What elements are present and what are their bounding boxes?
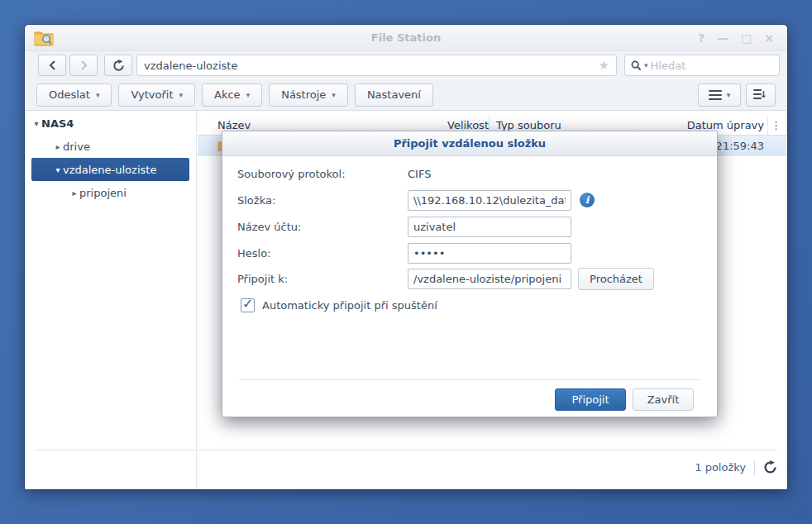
autoconnect-row: ✓ Automaticky připojit při spuštění [222,294,717,316]
create-button-label: Vytvořit [131,88,173,101]
sort-button[interactable]: ↓ [746,83,776,107]
path-input[interactable] [144,60,599,72]
folder-tree-sidebar: ▾ NAS4 ▸ drive ▾ vzdalene-uloziste ▸ pri… [25,111,197,489]
sidebar-item-pripojeni[interactable]: ▸ pripojeni [25,181,196,204]
tree-item-label: NAS4 [41,117,74,130]
view-controls: ▾ ↓ [698,83,776,107]
desktop-background: { "window": { "title": "File Station", "… [0,0,812,524]
checkmark-icon: ✓ [242,296,253,312]
column-header-size[interactable]: Velikost [437,119,489,131]
autoconnect-label: Automaticky připojit při spuštění [262,299,437,312]
tools-button-label: Nástroje [281,88,326,101]
tree-item-label: drive [63,141,90,153]
settings-button[interactable]: Nastavení [355,83,433,107]
chevron-right-icon[interactable]: ▸ [69,188,79,198]
settings-button-label: Nastavení [367,88,421,101]
chevron-down-icon: ▾ [332,91,336,99]
chevron-right-icon[interactable]: ▸ [53,142,63,151]
account-input[interactable] [408,217,571,237]
chevron-down-icon[interactable]: ▾ [31,119,41,128]
tree-item-label: vzdalene-uloziste [63,164,156,176]
search-box[interactable]: ▾ [624,55,780,76]
password-row: Heslo: [222,242,717,264]
mount-remote-folder-dialog: Připojit vzdálenou složku Souborový prot… [222,131,718,417]
folder-label: Složka: [237,194,275,207]
password-label: Heslo: [237,247,271,260]
maximize-button[interactable]: □ [741,32,752,44]
search-input[interactable] [651,60,773,72]
window-controls: ? — □ × [698,32,774,44]
toolbar: Odeslat ▾ Vytvořit ▾ Akce ▾ Nástroje ▾ N… [25,79,787,111]
path-field[interactable]: ★ [136,55,617,76]
list-view-icon [709,90,722,100]
protocol-value: CIFS [408,168,431,180]
search-options-caret-icon[interactable]: ▾ [644,61,648,69]
titlebar: File Station ? — □ × [25,25,787,51]
upload-button-label: Odeslat [49,88,90,101]
tools-button[interactable]: Nástroje ▾ [269,83,348,107]
refresh-list-button[interactable] [763,460,777,474]
chevron-down-icon: ▾ [179,91,184,99]
protocol-label: Souborový protokol: [237,168,346,180]
chevron-down-icon[interactable]: ▾ [53,165,63,174]
action-button-label: Akce [214,88,241,101]
minimize-button[interactable]: — [717,32,728,44]
create-button[interactable]: Vytvořit ▾ [118,83,195,107]
navigation-bar: ★ ▾ [25,51,787,79]
browse-button[interactable]: Procházet [578,268,654,290]
item-count: 1 položky [695,461,746,474]
chevron-left-icon [49,60,56,70]
window-title: File Station [25,31,787,44]
autoconnect-checkbox[interactable]: ✓ [241,298,255,312]
view-mode-button[interactable]: ▾ [698,83,741,107]
favorite-star-icon[interactable]: ★ [599,58,609,73]
sort-descending-icon: ↓ [753,89,768,101]
chevron-down-icon: ▾ [246,91,251,99]
close-window-button[interactable]: × [764,32,774,44]
refresh-icon [112,60,125,72]
folder-row: Složka: i [222,189,717,211]
sidebar-item-vzdalene-uloziste[interactable]: ▾ vzdalene-uloziste [31,158,189,181]
info-icon[interactable]: i [580,193,595,207]
account-label: Název účtu: [237,221,301,233]
refresh-button[interactable] [104,55,132,76]
connect-button[interactable]: Připojit [555,388,626,411]
column-header-modified[interactable]: Datum úpravy [617,119,767,131]
chevron-right-icon [80,60,88,70]
help-button[interactable]: ? [698,32,705,44]
refresh-icon [763,460,777,474]
status-divider [754,460,755,475]
dialog-footer-divider [239,379,700,380]
upload-button[interactable]: Odeslat ▾ [36,83,112,107]
action-button[interactable]: Akce ▾ [202,83,262,107]
tree-item-label: pripojeni [79,187,127,199]
account-row: Název účtu: [222,216,717,237]
protocol-row: Souborový protokol: CIFS [222,163,717,184]
chevron-down-icon: ▾ [727,91,731,99]
status-bar: 1 položky [35,450,777,483]
forward-button[interactable] [69,55,98,76]
mount-row: Připojit k: Procházet [222,268,717,289]
dialog-title: Připojit vzdálenou složku [222,131,717,156]
search-icon [631,60,642,71]
mount-label: Připojit k: [237,273,288,285]
column-header-name[interactable]: Název [198,119,437,131]
password-input[interactable] [408,243,571,264]
back-button[interactable] [38,55,66,76]
folder-input[interactable] [408,190,571,211]
sidebar-item-drive[interactable]: ▸ drive [25,135,196,158]
chevron-down-icon: ▾ [96,91,100,99]
mount-path-input[interactable] [408,269,571,289]
sidebar-item-nas4[interactable]: ▾ NAS4 [25,112,196,135]
close-dialog-button[interactable]: Zavřít [633,388,694,411]
column-menu-icon[interactable]: ⋮ [767,116,784,135]
file-station-app-icon [34,30,54,46]
